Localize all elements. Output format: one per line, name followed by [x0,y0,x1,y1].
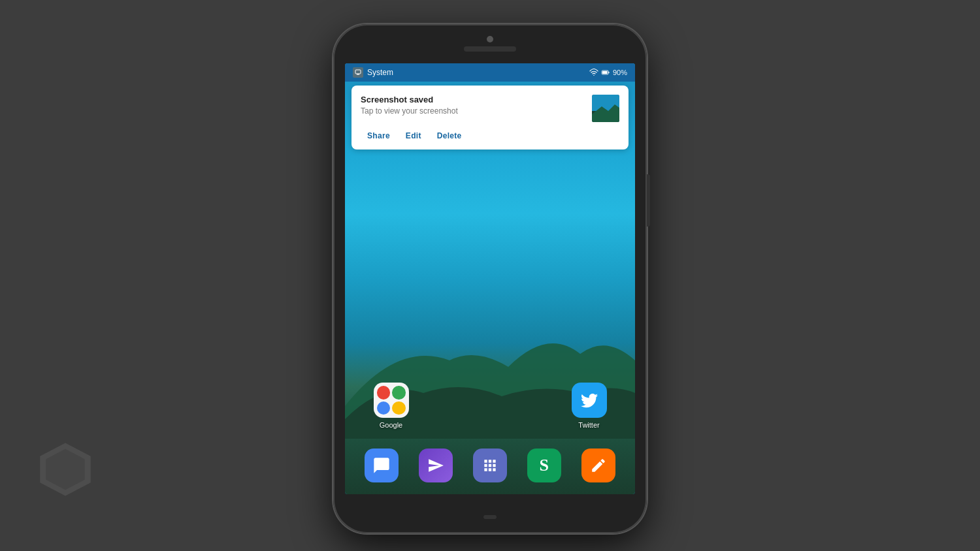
battery-icon [601,68,610,77]
power-button [647,174,650,227]
launcher-dock-icon[interactable] [473,449,507,482]
status-bar-right: 90% [589,68,627,77]
chrome-icon [377,386,391,400]
phone-screen: System 90% Screen [345,63,635,494]
empty-slot [440,383,475,429]
camera [487,36,493,42]
status-bar: System 90% [345,63,635,82]
notification-card[interactable]: Screenshot saved Tap to view your screen… [351,86,629,150]
notification-header: Screenshot saved Tap to view your screen… [361,95,619,122]
direct-dock-icon[interactable] [419,449,453,482]
wifi-icon [589,68,598,77]
svg-rect-5 [602,71,608,74]
notification-title: Screenshot saved [361,95,585,104]
svg-rect-2 [355,70,361,74]
maps-icon [392,386,406,400]
notification-actions: Share Edit Delete [361,129,619,143]
twitter-app-icon[interactable] [572,383,607,418]
delete-button[interactable]: Delete [431,129,468,143]
google-folder-wrap[interactable]: Google [374,383,409,429]
phone-frame: System 90% Screen [333,24,647,533]
tasks-dock-icon[interactable] [581,449,615,482]
battery-percentage: 90% [613,69,627,76]
messages-dock-icon[interactable] [365,449,399,482]
edit-button[interactable]: Edit [399,129,428,143]
phone-body: System 90% Screen [333,24,647,533]
hex-decoration [36,440,95,499]
svg-rect-3 [357,74,359,75]
google-icon [377,401,391,415]
home-screen-apps: Google Twitter [345,383,635,429]
home-indicator [483,515,497,519]
status-app-name: System [367,68,393,77]
share-button[interactable]: Share [361,129,397,143]
phone-top-area [464,36,516,52]
system-app-icon [353,67,363,78]
notification-text: Screenshot saved Tap to view your screen… [361,95,585,116]
sheets-dock-icon[interactable]: S [527,449,561,482]
svg-rect-6 [608,72,609,73]
google-folder-icon[interactable] [374,383,409,418]
status-bar-left: System [353,67,393,78]
speaker [464,46,516,52]
twitter-app-wrap[interactable]: Twitter [572,383,607,429]
google-folder-label: Google [380,421,402,429]
dock: S [345,449,635,482]
notification-subtitle: Tap to view your screenshot [361,106,585,116]
play-icon [392,401,406,415]
empty-slot-2 [506,383,541,429]
screenshot-thumbnail [592,95,619,122]
twitter-app-label: Twitter [578,421,599,429]
